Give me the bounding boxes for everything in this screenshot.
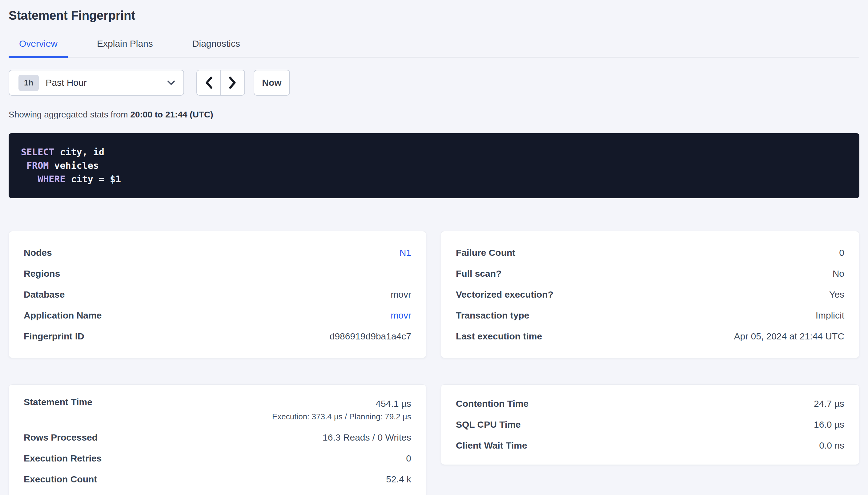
detail-row-nodes: Nodes N1 xyxy=(24,242,411,263)
row-label: Vectorized execution? xyxy=(456,289,553,300)
row-label: Failure Count xyxy=(456,248,515,258)
row-value: 16.3 Reads / 0 Writes xyxy=(323,432,411,443)
row-value: 24.7 µs xyxy=(814,398,844,409)
row-value: 0 xyxy=(406,453,411,464)
row-label: Transaction type xyxy=(456,310,529,321)
row-label: Rows Processed xyxy=(24,432,98,443)
row-label: Execution Retries xyxy=(24,453,102,464)
attribute-row-transaction-type: Transaction type Implicit xyxy=(456,305,844,326)
detail-row-database: Database movr xyxy=(24,284,411,305)
stat-row-client-wait-time: Client Wait Time 0.0 ns xyxy=(456,435,844,456)
sql-line: FROM vehicles xyxy=(21,159,847,172)
interval-badge: 1h xyxy=(18,75,39,91)
card-statement-stats: Statement Time 454.1 µs Execution: 373.4… xyxy=(9,384,426,495)
stat-row-rows-processed: Rows Processed 16.3 Reads / 0 Writes xyxy=(24,427,411,448)
row-value: Apr 05, 2024 at 21:44 UTC xyxy=(734,331,844,342)
stat-row-sql-cpu-time: SQL CPU Time 16.0 µs xyxy=(456,414,844,435)
tab-bar: Overview Explain Plans Diagnostics xyxy=(9,38,859,57)
card-execution-attributes: Failure Count 0 Full scan? No Vectorized… xyxy=(441,231,859,358)
sql-keyword: WHERE xyxy=(37,174,65,185)
interval-label: Past Hour xyxy=(46,78,167,88)
detail-row-application-name: Application Name movr xyxy=(24,305,411,326)
stat-row-execution-retries: Execution Retries 0 xyxy=(24,448,411,469)
row-value: 454.1 µs xyxy=(376,397,411,410)
row-value: 0.0 ns xyxy=(819,440,844,451)
tab-overview[interactable]: Overview xyxy=(9,38,68,57)
time-pager xyxy=(196,70,245,96)
card-statement-details: Nodes N1 Regions Database movr Applicati… xyxy=(9,231,426,358)
aggregation-note-range: 20:00 to 21:44 (UTC) xyxy=(130,110,213,119)
tab-diagnostics[interactable]: Diagnostics xyxy=(182,38,250,57)
row-value: 52.4 k xyxy=(386,474,411,484)
cards-grid: Nodes N1 Regions Database movr Applicati… xyxy=(9,231,859,495)
row-label: SQL CPU Time xyxy=(456,420,521,430)
statement-fingerprint-page: Statement Fingerprint Overview Explain P… xyxy=(0,0,868,495)
attribute-row-last-execution: Last execution time Apr 05, 2024 at 21:4… xyxy=(456,326,844,347)
nodes-link[interactable]: N1 xyxy=(399,248,411,258)
attribute-row-failure-count: Failure Count 0 xyxy=(456,242,844,263)
attribute-row-full-scan: Full scan? No xyxy=(456,263,844,284)
stat-row-execution-count: Execution Count 52.4 k xyxy=(24,469,411,490)
row-value: No xyxy=(833,268,844,279)
statement-time-breakdown: Execution: 373.4 µs / Planning: 79.2 µs xyxy=(272,410,411,423)
row-label: Last execution time xyxy=(456,331,542,342)
row-label: Nodes xyxy=(24,248,52,258)
row-value: Implicit xyxy=(816,310,844,321)
prev-time-button[interactable] xyxy=(197,70,221,95)
detail-row-fingerprint-id: Fingerprint ID d986919d9ba1a4c7 xyxy=(24,326,411,347)
detail-row-regions: Regions xyxy=(24,263,411,284)
aggregation-note-prefix: Showing aggregated stats from xyxy=(9,110,130,119)
tab-explain-plans[interactable]: Explain Plans xyxy=(86,38,163,57)
row-label: Application Name xyxy=(24,310,102,321)
row-label: Fingerprint ID xyxy=(24,331,84,342)
row-label: Regions xyxy=(24,268,60,279)
time-controls: 1h Past Hour xyxy=(9,70,859,96)
sql-keyword: FROM xyxy=(27,160,49,171)
time-interval-dropdown[interactable]: 1h Past Hour xyxy=(9,70,184,96)
chevron-down-icon xyxy=(167,80,176,85)
sql-line: SELECT city, id xyxy=(21,146,847,159)
sql-keyword: SELECT xyxy=(21,147,54,157)
row-label: Execution Count xyxy=(24,474,97,484)
now-button[interactable]: Now xyxy=(253,70,290,96)
statement-time-values: 454.1 µs Execution: 373.4 µs / Planning:… xyxy=(272,397,411,423)
stat-row-contention-time: Contention Time 24.7 µs xyxy=(456,393,844,414)
row-value: movr xyxy=(391,289,411,300)
stat-row-statement-time: Statement Time 454.1 µs Execution: 373.4… xyxy=(24,393,411,427)
row-value: Yes xyxy=(829,289,844,300)
chevron-left-icon xyxy=(204,76,213,89)
row-label: Full scan? xyxy=(456,268,502,279)
attribute-row-vectorized: Vectorized execution? Yes xyxy=(456,284,844,305)
card-wait-times: Contention Time 24.7 µs SQL CPU Time 16.… xyxy=(441,384,859,465)
chevron-right-icon xyxy=(228,76,237,89)
row-label: Contention Time xyxy=(456,398,528,409)
page-title: Statement Fingerprint xyxy=(9,0,859,22)
row-label: Client Wait Time xyxy=(456,440,527,451)
row-label: Statement Time xyxy=(24,397,92,407)
sql-statement-box: SELECT city, id FROM vehicles WHERE city… xyxy=(9,133,859,198)
row-value: 16.0 µs xyxy=(814,420,844,430)
row-value: 0 xyxy=(839,248,844,258)
aggregation-note: Showing aggregated stats from 20:00 to 2… xyxy=(9,110,859,120)
application-name-link[interactable]: movr xyxy=(391,310,411,321)
row-value: d986919d9ba1a4c7 xyxy=(330,331,411,342)
next-time-button[interactable] xyxy=(221,70,244,95)
sql-line: WHERE city = $1 xyxy=(21,172,847,186)
row-label: Database xyxy=(24,289,65,300)
